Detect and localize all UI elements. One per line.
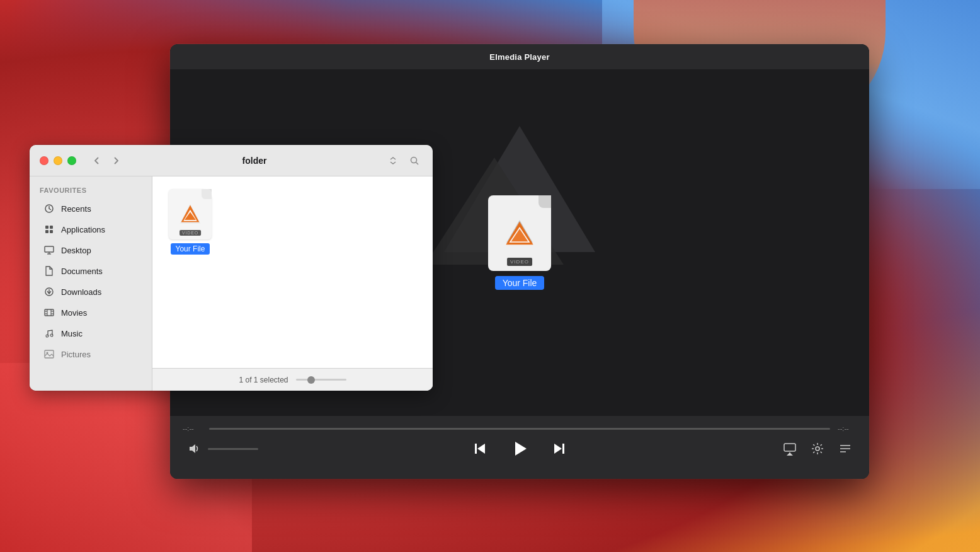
zoom-slider[interactable] — [296, 379, 346, 381]
music-label: Music — [61, 329, 83, 338]
svg-line-21 — [416, 162, 419, 164]
forward-button[interactable] — [108, 152, 124, 169]
right-controls — [778, 437, 857, 460]
video-badge-large: VIDEO — [507, 258, 532, 266]
monitor-icon — [44, 245, 54, 255]
recents-label: Recents — [61, 204, 91, 214]
svg-rect-13 — [784, 444, 795, 451]
settings-button[interactable] — [806, 437, 829, 460]
finder-sidebar: Favourites Recents — [30, 176, 152, 391]
sidebar-item-pictures[interactable]: Pictures — [33, 344, 148, 364]
svg-rect-26 — [50, 230, 53, 233]
player-file-icon: VIDEO Your File — [488, 195, 551, 290]
downloads-label: Downloads — [61, 287, 101, 297]
svg-marker-10 — [515, 442, 527, 456]
folder-title: folder — [132, 156, 377, 166]
file-document: VIDEO — [169, 189, 212, 239]
sidebar-item-movies[interactable]: Movies — [33, 302, 148, 323]
volume-icon — [188, 442, 200, 455]
video-badge-small: VIDEO — [179, 230, 201, 236]
documents-icon — [43, 265, 55, 277]
playlist-icon — [838, 442, 852, 456]
progress-bar-area: --:-- --:-- — [183, 416, 857, 437]
volume-slider[interactable] — [208, 448, 258, 450]
progress-track[interactable] — [209, 428, 830, 430]
finder-window: folder Favourites — [30, 145, 433, 391]
music-icon — [43, 328, 55, 339]
back-button[interactable] — [89, 152, 105, 169]
forward-icon — [111, 156, 121, 166]
next-icon — [550, 440, 567, 457]
film-icon — [44, 308, 54, 318]
svg-point-20 — [411, 157, 417, 163]
chevrons-icon — [388, 156, 398, 166]
music-note-icon — [44, 328, 54, 338]
playlist-button[interactable] — [834, 437, 857, 460]
file-item[interactable]: VIDEO Your File — [165, 189, 215, 255]
svg-rect-23 — [45, 226, 48, 229]
applications-label: Applications — [61, 225, 105, 234]
elmedia-logo-small — [179, 203, 202, 226]
prev-icon — [472, 440, 489, 457]
time-start: --:-- — [183, 425, 202, 432]
status-text: 1 of 1 selected — [239, 376, 288, 384]
nav-extra-buttons — [385, 152, 423, 169]
airplay-icon — [783, 442, 797, 456]
svg-rect-8 — [475, 444, 477, 454]
svg-rect-24 — [50, 226, 53, 229]
player-titlebar: Elmedia Player — [170, 44, 869, 69]
prev-button[interactable] — [468, 436, 493, 461]
documents-label: Documents — [61, 267, 103, 276]
download-icon — [44, 287, 54, 297]
airplay-button[interactable] — [778, 437, 801, 460]
search-button[interactable] — [406, 152, 423, 169]
svg-rect-32 — [45, 309, 54, 316]
player-file-doc: VIDEO — [488, 195, 551, 271]
downloads-icon — [43, 286, 55, 297]
svg-rect-25 — [45, 230, 48, 233]
player-title: Elmedia Player — [489, 52, 549, 62]
movies-label: Movies — [61, 308, 87, 318]
finder-body: Favourites Recents — [30, 176, 433, 391]
settings-icon — [811, 442, 824, 456]
nav-buttons — [89, 152, 124, 169]
sidebar-item-downloads[interactable]: Downloads — [33, 282, 148, 302]
svg-rect-27 — [45, 246, 54, 252]
elmedia-logo-large — [504, 217, 535, 249]
search-icon — [409, 156, 419, 166]
traffic-lights — [40, 156, 76, 165]
play-button[interactable] — [506, 435, 533, 463]
svg-rect-41 — [45, 350, 54, 358]
close-button[interactable] — [40, 156, 48, 165]
svg-marker-12 — [554, 444, 562, 454]
sidebar-item-music[interactable]: Music — [33, 323, 148, 343]
time-end: --:-- — [838, 425, 857, 432]
favourites-label: Favourites — [30, 184, 152, 198]
grid-icon — [44, 224, 54, 234]
desktop-label: Desktop — [61, 246, 91, 255]
controls-row — [183, 437, 857, 466]
finder-statusbar: 1 of 1 selected — [152, 368, 433, 391]
left-controls — [183, 437, 258, 460]
player-controls: --:-- --:-- — [170, 416, 869, 479]
minimize-button[interactable] — [54, 156, 62, 165]
sidebar-item-desktop[interactable]: Desktop — [33, 240, 148, 260]
next-button[interactable] — [546, 436, 571, 461]
sidebar-item-applications[interactable]: Applications — [33, 219, 148, 239]
applications-icon — [43, 224, 55, 235]
view-options-button[interactable] — [385, 152, 401, 169]
file-name-label: Your File — [171, 243, 210, 255]
sidebar-item-recents[interactable]: Recents — [33, 198, 148, 219]
volume-button[interactable] — [183, 437, 205, 460]
pictures-icon — [43, 348, 55, 360]
svg-rect-11 — [562, 444, 564, 454]
finder-content-area: VIDEO Your File — [152, 176, 433, 368]
center-controls — [468, 435, 571, 463]
pictures-label: Pictures — [61, 350, 91, 359]
sidebar-item-documents[interactable]: Documents — [33, 261, 148, 281]
image-icon — [44, 349, 54, 359]
clock-icon — [44, 204, 54, 214]
finder-titlebar: folder — [30, 145, 433, 176]
svg-point-16 — [816, 447, 819, 451]
maximize-button[interactable] — [67, 156, 76, 165]
